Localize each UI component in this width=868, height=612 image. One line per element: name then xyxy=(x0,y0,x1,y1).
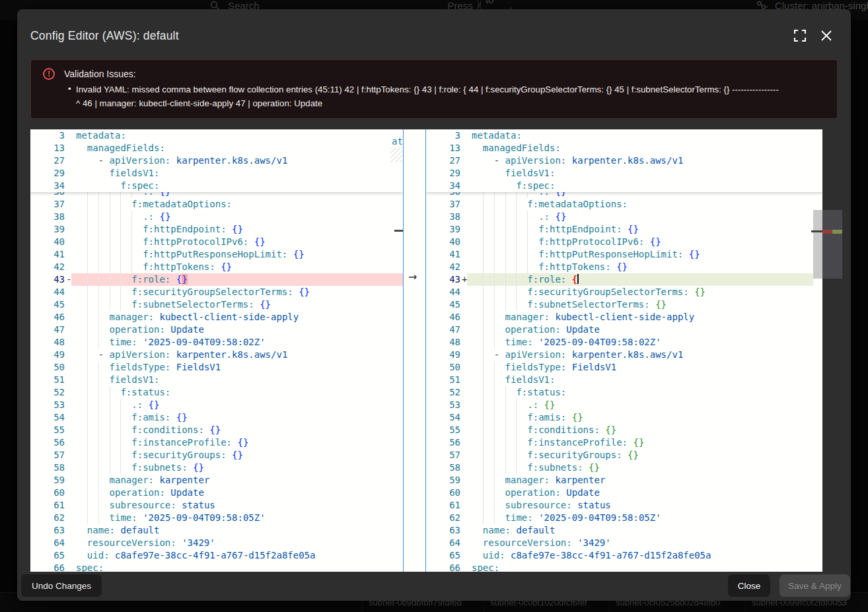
diff-editor: 36 .: {}37 f:metadataOptions:38 .: {}39 … xyxy=(30,129,842,572)
text-cursor xyxy=(577,274,579,284)
sticky-scroll-header: 3metadata:13 managedFields:27 - apiVersi… xyxy=(30,129,403,192)
code-line: 63 name: default xyxy=(426,524,822,537)
code-line: 62 time: '2025-09-04T09:58:05Z' xyxy=(426,512,822,524)
diff-splitter[interactable]: → xyxy=(403,129,426,572)
code-line: 50 fieldsType: FieldsV1 xyxy=(30,361,403,374)
code-line: 40 f:httpProtocolIPv6: {} xyxy=(426,236,822,248)
code-line: 66spec: xyxy=(426,562,822,572)
modified-editor-pane[interactable]: 36 .: {}37 f:metadataOptions:38 .: {}39 … xyxy=(426,129,822,572)
code-line: 38 .: {} xyxy=(30,211,403,223)
code-line: 56 f:instanceProfile: {} xyxy=(30,436,403,449)
code-line: 53 .: {} xyxy=(426,399,822,411)
code-line: 65 uid: c8afe97e-38cc-4f91-a767-d15f2a8f… xyxy=(30,549,403,562)
code-line: 53 .: {} xyxy=(30,399,403,411)
code-line: 56 f:instanceProfile: {} xyxy=(426,436,822,449)
code-line: 13 managedFields: xyxy=(426,142,822,154)
fullscreen-icon xyxy=(794,30,806,42)
code-line: 54 f:amis: {} xyxy=(30,411,403,424)
code-line: 58 f:subnets: {} xyxy=(426,461,822,474)
revert-change-arrow-button[interactable]: → xyxy=(408,271,417,283)
code-line: 66spec: xyxy=(30,562,403,572)
code-line: 47 operation: Update xyxy=(30,323,403,336)
save-apply-button[interactable]: Save & Apply xyxy=(779,574,850,597)
code-line: 27 - apiVersion: karpenter.k8s.aws/v1 xyxy=(426,154,822,167)
code-line: 13 managedFields: xyxy=(30,142,403,154)
code-line: 59 manager: karpenter xyxy=(426,474,822,487)
code-line: 64 resourceVersion: '3429' xyxy=(426,537,822,549)
close-dialog-button[interactable]: Close xyxy=(728,574,770,597)
code-line: 50 fieldsType: FieldsV1 xyxy=(426,361,822,374)
validation-banner: ! Validation Issues: • Invalid YAML: mis… xyxy=(30,59,838,119)
code-line: 63 name: default xyxy=(30,524,403,537)
overview-deletion-marker xyxy=(822,230,832,234)
bullet-marker: • xyxy=(68,84,71,94)
code-line: 51 fieldsV1: xyxy=(30,374,403,386)
code-line: 49 - apiVersion: karpenter.k8s.aws/v1 xyxy=(426,349,822,361)
code-line: 58 f:subnets: {} xyxy=(30,461,403,474)
code-line: 42 f:httpTokens: {} xyxy=(426,261,822,273)
code-line: 52 f:status: xyxy=(30,386,403,399)
code-line: 43+ f:role: { xyxy=(426,273,822,286)
code-line: 45 f:subnetSelectorTerms: {} xyxy=(30,298,403,311)
code-line: 39 f:httpEndpoint: {} xyxy=(426,223,822,236)
code-line: 55 f:conditions: {} xyxy=(426,424,822,436)
code-line: 44 f:securityGroupSelectorTerms: {} xyxy=(426,286,822,298)
code-line: 55 f:conditions: {} xyxy=(30,424,403,436)
code-line: 3metadata: xyxy=(30,129,403,142)
dialog-title: Config Editor (AWS): default xyxy=(30,29,179,43)
validation-message-line1: Invalid YAML: missed comma between flow … xyxy=(76,83,829,96)
overview-deleted-mark xyxy=(394,230,403,232)
validation-title: Validation Issues: xyxy=(64,69,136,79)
code-line: 59 manager: karpenter xyxy=(30,474,403,487)
code-line: 27 - apiVersion: karpenter.k8s.aws/v1 xyxy=(30,154,403,167)
overview-addition-marker xyxy=(832,230,842,234)
validation-message-line2: ^ 46 | manager: kubectl-client-side-appl… xyxy=(76,96,829,110)
code-line: 60 operation: Update xyxy=(426,487,822,499)
overview-deleted-mark xyxy=(811,230,822,232)
code-line: 54 f:amis: {} xyxy=(426,411,822,424)
code-line: 3metadata: xyxy=(426,129,822,142)
sticky-clipped-text: at xyxy=(392,135,403,148)
diff-overview-ruler[interactable] xyxy=(822,210,842,279)
original-code-lines: 36 .: {}37 f:metadataOptions:38 .: {}39 … xyxy=(30,186,403,572)
code-line: 29 fieldsV1: xyxy=(426,167,822,180)
code-line: 60 operation: Update xyxy=(30,487,403,499)
code-line: 41 f:httpPutResponseHopLimit: {} xyxy=(426,248,822,261)
code-line: 45 f:subnetSelectorTerms: {} xyxy=(426,298,822,311)
modified-code-lines: 36 .: {}37 f:metadataOptions:38 .: {}39 … xyxy=(426,186,822,572)
code-line: 37 f:metadataOptions: xyxy=(30,198,403,211)
code-line: 34 f:spec: xyxy=(426,180,822,192)
code-line: 52 f:status: xyxy=(426,386,822,399)
code-line: 46 manager: kubectl-client-side-apply xyxy=(30,311,403,323)
error-icon: ! xyxy=(43,68,55,80)
code-line: 61 subresource: status xyxy=(30,499,403,512)
config-editor-dialog: Config Editor (AWS): default ! Validatio… xyxy=(17,9,851,601)
vertical-scrollbar-slider[interactable] xyxy=(813,210,822,279)
close-icon xyxy=(821,30,832,41)
code-line: 44 f:securityGroupSelectorTerms: {} xyxy=(30,286,403,298)
undo-changes-button[interactable]: Undo Changes xyxy=(21,574,102,597)
code-line: 43- f:role: {} xyxy=(30,273,403,286)
fullscreen-button[interactable] xyxy=(791,27,809,44)
code-line: 38 .: {} xyxy=(426,211,822,223)
code-line: 29 fieldsV1: xyxy=(30,167,403,180)
code-line: 64 resourceVersion: '3429' xyxy=(30,537,403,549)
code-line: 57 f:securityGroups: {} xyxy=(30,449,403,461)
code-line: 41 f:httpPutResponseHopLimit: {} xyxy=(30,248,403,261)
code-line: 37 f:metadataOptions: xyxy=(426,198,822,211)
code-line: 34 f:spec: xyxy=(30,180,403,192)
code-line: 42 f:httpTokens: {} xyxy=(30,261,403,273)
code-line: 48 time: '2025-09-04T09:58:02Z' xyxy=(30,336,403,349)
original-editor-pane[interactable]: 36 .: {}37 f:metadataOptions:38 .: {}39 … xyxy=(30,129,403,572)
code-line: 61 subresource: status xyxy=(426,499,822,512)
code-line: 47 operation: Update xyxy=(426,323,822,336)
close-button[interactable] xyxy=(818,27,835,44)
sticky-scroll-header: 3metadata:13 managedFields:27 - apiVersi… xyxy=(426,129,822,192)
validation-message: Invalid YAML: missed comma between flow … xyxy=(76,83,829,110)
code-line: 39 f:httpEndpoint: {} xyxy=(30,223,403,236)
code-line: 62 time: '2025-09-04T09:58:05Z' xyxy=(30,512,403,524)
viewport-indicator-hatch xyxy=(390,148,402,162)
code-line: 51 fieldsV1: xyxy=(426,374,822,386)
code-line: 40 f:httpProtocolIPv6: {} xyxy=(30,236,403,248)
code-line: 65 uid: c8afe97e-38cc-4f91-a767-d15f2a8f… xyxy=(426,549,822,562)
